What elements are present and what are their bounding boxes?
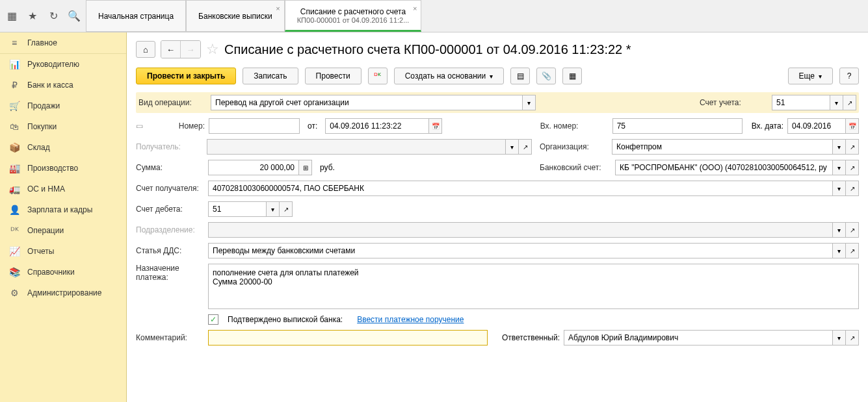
attach-button[interactable]: 📎 (536, 68, 556, 84)
dropdown-icon[interactable]: ▾ (506, 139, 519, 155)
sidebar-item-purchases[interactable]: 🛍Покупки (0, 116, 126, 137)
open-icon[interactable]: ↗ (843, 95, 856, 110)
book-icon: 📚 (8, 267, 21, 277)
sidebar-item-production[interactable]: 🏭Производство (0, 158, 126, 179)
sidebar-label: Справочники (27, 268, 75, 277)
dropdown-icon[interactable]: ▾ (833, 222, 846, 238)
dropdown-icon[interactable]: ▾ (267, 201, 280, 217)
responsible-input[interactable] (564, 330, 833, 345)
recipient-input[interactable] (207, 139, 506, 155)
in-number-input[interactable] (612, 118, 743, 134)
sidebar-item-admin[interactable]: ⚙Администрирование (0, 283, 126, 303)
sum-label: Сумма: (136, 163, 204, 172)
comment-input[interactable] (208, 330, 488, 345)
org-label: Организация: (540, 142, 608, 151)
open-icon[interactable]: ↗ (846, 160, 859, 175)
open-icon[interactable]: ↗ (280, 201, 293, 217)
dropdown-icon[interactable]: ▾ (833, 139, 846, 155)
create-based-button[interactable]: Создать на основании (394, 68, 505, 84)
sidebar-item-bank[interactable]: ₽Банк и касса (0, 75, 126, 95)
open-icon[interactable]: ↗ (846, 330, 859, 345)
open-icon[interactable]: ↗ (846, 243, 859, 258)
currency-label: руб. (320, 163, 335, 172)
search-icon[interactable]: 🔍 (68, 10, 81, 23)
star-icon[interactable]: ★ (26, 10, 39, 23)
print-button[interactable]: ▤ (510, 68, 530, 84)
sidebar-label: Склад (27, 143, 50, 152)
open-icon[interactable]: ↗ (846, 222, 859, 238)
sidebar-item-hr[interactable]: 👤Зарплата и кадры (0, 199, 126, 220)
bank-input[interactable] (615, 160, 833, 175)
close-icon[interactable]: × (276, 5, 280, 12)
help-button[interactable]: ? (839, 68, 859, 84)
tab-bank-statements[interactable]: Банковские выписки × (186, 0, 285, 32)
history-icon[interactable]: ↻ (47, 10, 60, 23)
confirmed-label: Подтверждено выпиской банка: (228, 315, 343, 324)
sidebar-item-reports[interactable]: 📈Отчеты (0, 241, 126, 262)
tab-document[interactable]: Списание с расчетного счета КП00-000001 … (285, 0, 422, 32)
top-toolbar: ▦ ★ ↻ 🔍 Начальная страница Банковские вы… (0, 0, 868, 32)
confirmed-checkbox[interactable]: ✓ (208, 314, 218, 325)
dept-input[interactable] (208, 222, 833, 238)
sidebar-item-ops[interactable]: ᴰᴷОперации (0, 220, 126, 241)
sidebar-label: Операции (27, 226, 64, 235)
dt-kt-button[interactable]: ᴰᴷ (368, 68, 388, 84)
dropdown-icon[interactable]: ▾ (523, 95, 536, 110)
purpose-label: Назначение платежа: (136, 264, 204, 282)
save-button[interactable]: Записать (243, 68, 298, 84)
sidebar-label: Продажи (27, 101, 60, 110)
factory-icon: 🏭 (8, 163, 21, 173)
calc-icon[interactable]: ⊞ (299, 160, 312, 175)
sidebar-item-main[interactable]: ≡Главное (0, 32, 126, 54)
calendar-icon[interactable]: 📅 (846, 118, 859, 134)
dropdown-icon[interactable]: ▾ (833, 330, 846, 345)
r-account-label: Счет получателя: (136, 184, 204, 193)
sidebar-item-catalogs[interactable]: 📚Справочники (0, 262, 126, 283)
from-label: от: (308, 121, 317, 131)
org-input[interactable] (612, 139, 833, 155)
more-button[interactable]: Еще (788, 68, 833, 84)
account-input[interactable] (772, 95, 830, 110)
op-type-input[interactable] (211, 95, 523, 110)
sum-input[interactable] (208, 160, 299, 175)
comment-label: Комментарий: (136, 333, 204, 342)
sidebar-item-warehouse[interactable]: 📦Склад (0, 137, 126, 158)
dropdown-icon[interactable]: ▾ (833, 160, 846, 175)
dropdown-icon[interactable]: ▾ (830, 95, 843, 110)
dept-label: Подразделение: (136, 225, 204, 234)
dropdown-icon[interactable]: ▾ (833, 243, 846, 258)
open-icon[interactable]: ↗ (519, 139, 532, 155)
calendar-icon[interactable]: 📅 (429, 118, 442, 134)
r-account-input[interactable] (208, 181, 833, 196)
doc-icon: ▭ (136, 121, 149, 131)
favorite-star-icon[interactable]: ☆ (206, 41, 219, 58)
sidebar-item-sales[interactable]: 🛒Продажи (0, 95, 126, 116)
open-icon[interactable]: ↗ (846, 181, 859, 196)
post-button[interactable]: Провести (305, 68, 362, 84)
dropdown-icon[interactable]: ▾ (833, 181, 846, 196)
in-number-label: Вх. номер: (540, 121, 609, 131)
sidebar-item-manager[interactable]: 📊Руководителю (0, 54, 126, 75)
home-button[interactable]: ⌂ (136, 41, 155, 58)
enter-order-link[interactable]: Ввести платежное поручение (357, 315, 464, 324)
basket-icon: 🛍 (8, 121, 21, 132)
back-button[interactable]: ← (161, 41, 181, 58)
open-icon[interactable]: ↗ (846, 139, 859, 155)
dds-input[interactable] (208, 243, 833, 258)
number-input[interactable] (209, 118, 300, 134)
page-title: Списание с расчетного счета КП00-000001 … (224, 42, 631, 57)
template-button[interactable]: ▦ (562, 68, 582, 84)
in-date-input[interactable] (787, 118, 846, 134)
forward-button[interactable]: → (181, 41, 200, 58)
sidebar-item-assets[interactable]: 🚛ОС и НМА (0, 179, 126, 199)
ops-icon: ᴰᴷ (8, 225, 21, 236)
purpose-textarea[interactable] (208, 264, 859, 309)
toolbar-icon-group: ▦ ★ ↻ 🔍 (0, 0, 86, 32)
close-icon[interactable]: × (413, 5, 417, 12)
apps-icon[interactable]: ▦ (5, 10, 18, 23)
tab-start[interactable]: Начальная страница (86, 0, 186, 32)
debit-input[interactable] (208, 201, 267, 217)
post-and-close-button[interactable]: Провести и закрыть (136, 68, 236, 84)
sidebar-label: Покупки (27, 122, 57, 131)
date-input[interactable] (325, 118, 429, 134)
